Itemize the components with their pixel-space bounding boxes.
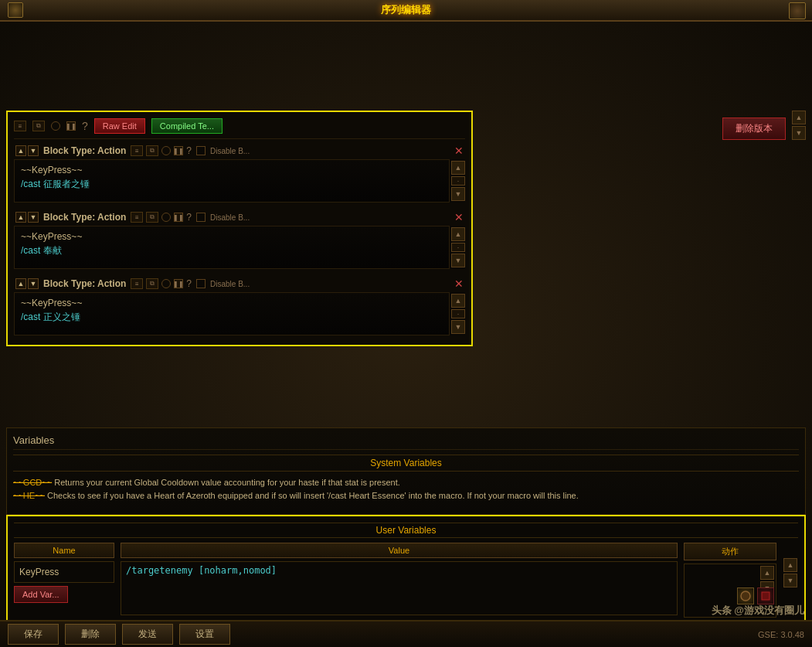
block-content-3[interactable]: ~~KeyPress~~ /cast 正义之锤 — [14, 292, 450, 335]
var-value-textarea[interactable]: /targetenemy [noharm,nomod] — [121, 561, 678, 615]
seq-toolbar: ≡ ⧉ ❚❚ ? Raw Edit Compiled Te... — [14, 118, 465, 139]
block-circle-1 — [161, 146, 171, 155]
scroll-mid-3[interactable]: · — [451, 309, 465, 318]
block-list-icon-3[interactable]: ≡ — [131, 278, 143, 289]
arrow-up-2[interactable]: ▲ — [15, 212, 26, 223]
block-line1-2: ~~KeyPress~~ — [21, 230, 443, 243]
block-title-1: Block Type: Action — [43, 145, 126, 156]
disable-label-1: Disable B... — [210, 147, 250, 155]
block-icons-2: ≡ ⧉ ❚❚ ? — [131, 212, 192, 223]
user-variables-title: User Variables — [14, 523, 798, 538]
block-header-1: ▲ ▼ Block Type: Action ≡ ⧉ ❚❚ ? — [14, 142, 465, 159]
raw-edit-button[interactable]: Raw Edit — [94, 118, 145, 134]
arrow-down-1[interactable]: ▼ — [28, 145, 39, 156]
outer-var-scroll-up[interactable]: ▲ — [783, 558, 797, 572]
compiled-button[interactable]: Compiled Te... — [151, 118, 223, 134]
block-row-3: ▲ ▼ Block Type: Action ≡ ⧉ ❚❚ ? — [14, 275, 465, 335]
close-block-3[interactable]: ✕ — [454, 278, 464, 290]
delete-button[interactable]: 删除 — [65, 624, 116, 645]
var-name-input[interactable] — [14, 561, 114, 583]
copy-icon[interactable]: ⧉ — [32, 121, 45, 131]
user-variables-box: User Variables Name Add Var... Value /ta… — [6, 515, 806, 626]
block-scroll-3: ▲ · ▼ — [450, 292, 465, 335]
sequence-box: ≡ ⧉ ❚❚ ? Raw Edit Compiled Te... ▲ — [6, 111, 473, 346]
block-list-icon-1[interactable]: ≡ — [131, 145, 143, 156]
block-copy-icon-1[interactable]: ⧉ — [146, 145, 158, 156]
list-icon[interactable]: ≡ — [14, 121, 26, 131]
svg-point-1 — [741, 591, 750, 601]
block-line2-2: /cast 奉献 — [21, 243, 443, 257]
gcd-var: ~~GCD~~ — [13, 478, 52, 487]
block-arrows-2: ▲ ▼ — [15, 212, 39, 223]
scroll-up-2[interactable]: ▲ — [451, 227, 465, 241]
close-block-1[interactable]: ✕ — [454, 145, 464, 157]
scroll-down-1[interactable]: ▼ — [451, 187, 465, 201]
var-actions-header: 动作 — [684, 543, 776, 560]
right-scroll-up[interactable]: ▲ — [792, 111, 806, 124]
svg-rect-2 — [762, 592, 770, 600]
var-name-header: Name — [14, 543, 114, 558]
version-text: GSE: 3.0.48 — [758, 630, 804, 639]
outer-var-scroll-down[interactable]: ▼ — [783, 574, 797, 587]
scroll-mid-2[interactable]: · — [451, 243, 465, 252]
system-variables-title: System Variables — [13, 455, 799, 472]
disable-check-1[interactable] — [196, 146, 206, 155]
block-content-2[interactable]: ~~KeyPress~~ /cast 奉献 — [14, 226, 450, 269]
close-block-2[interactable]: ✕ — [454, 211, 464, 223]
action-icon-1[interactable] — [737, 587, 754, 604]
block-copy-icon-2[interactable]: ⧉ — [146, 212, 158, 223]
block-line2-1: /cast 征服者之锤 — [21, 177, 443, 191]
block-pause-1: ❚❚ — [174, 146, 183, 155]
var-name-column: Name Add Var... — [14, 543, 114, 603]
actions-scroll-up[interactable]: ▲ — [760, 566, 774, 580]
disable-check-2[interactable] — [196, 213, 206, 222]
block-title-3: Block Type: Action — [43, 278, 126, 289]
var-value-column: Value /targetenemy [noharm,nomod] — [121, 543, 678, 618]
scroll-down-3[interactable]: ▼ — [451, 320, 465, 334]
window-title: 序列编辑器 — [381, 3, 431, 17]
arrow-down-2[interactable]: ▼ — [28, 212, 39, 223]
left-panel: ≡ ⧉ ❚❚ ? Raw Edit Compiled Te... ▲ — [0, 104, 479, 427]
var-table: Name Add Var... Value /targetenemy [noha… — [14, 543, 798, 618]
block-icons-1: ≡ ⧉ ❚❚ ? — [131, 145, 192, 156]
block-icons-3: ≡ ⧉ ❚❚ ? — [131, 278, 192, 289]
bottom-bar: 保存 删除 发送 设置 GSE: 3.0.48 头条 @游戏没有圈儿 — [0, 620, 812, 647]
bottom-actions: 保存 删除 发送 设置 — [8, 624, 230, 645]
arrow-down-3[interactable]: ▼ — [28, 278, 39, 289]
close-icon[interactable] — [789, 2, 806, 19]
block-arrows-1: ▲ ▼ — [15, 145, 39, 156]
block-arrows-3: ▲ ▼ — [15, 278, 39, 289]
action-icons — [737, 587, 774, 604]
block-copy-icon-3[interactable]: ⧉ — [146, 278, 158, 289]
pause-icon: ❚❚ — [66, 121, 76, 131]
right-panel: 删除版本 ▲ ▼ — [479, 104, 812, 427]
help-icon[interactable]: ? — [82, 120, 88, 132]
add-var-button[interactable]: Add Var... — [14, 586, 68, 603]
disable-check-3[interactable] — [196, 279, 206, 288]
block-content-wrapper-1: ~~KeyPress~~ /cast 征服者之锤 ▲ · ▼ — [14, 159, 465, 203]
block-row-2: ▲ ▼ Block Type: Action ≡ ⧉ ❚❚ ? — [14, 209, 465, 269]
disable-label-2: Disable B... — [210, 213, 250, 222]
scroll-up-1[interactable]: ▲ — [451, 161, 465, 175]
block-title-2: Block Type: Action — [43, 212, 126, 223]
send-button[interactable]: 发送 — [122, 624, 173, 645]
scroll-up-3[interactable]: ▲ — [451, 294, 465, 308]
save-button[interactable]: 保存 — [8, 624, 59, 645]
block-help-2[interactable]: ? — [186, 212, 192, 223]
scroll-mid-1[interactable]: · — [451, 176, 465, 186]
settings-button[interactable]: 设置 — [179, 624, 230, 645]
circle-icon — [51, 121, 60, 131]
arrow-up-3[interactable]: ▲ — [15, 278, 26, 289]
delete-version-button[interactable]: 删除版本 — [722, 117, 786, 140]
right-scroll-down[interactable]: ▼ — [792, 126, 806, 140]
arrow-up-1[interactable]: ▲ — [15, 145, 26, 156]
block-line1-3: ~~KeyPress~~ — [21, 296, 443, 310]
block-help-1[interactable]: ? — [186, 145, 192, 156]
scroll-down-2[interactable]: ▼ — [451, 254, 465, 267]
block-list-icon-2[interactable]: ≡ — [131, 212, 143, 223]
variables-section: Variables System Variables ~~GCD~~ Retur… — [6, 427, 806, 515]
block-content-1[interactable]: ~~KeyPress~~ /cast 征服者之锤 — [14, 159, 450, 203]
block-help-3[interactable]: ? — [186, 278, 192, 289]
block-circle-2 — [161, 213, 171, 222]
action-icon-2[interactable] — [757, 587, 774, 604]
